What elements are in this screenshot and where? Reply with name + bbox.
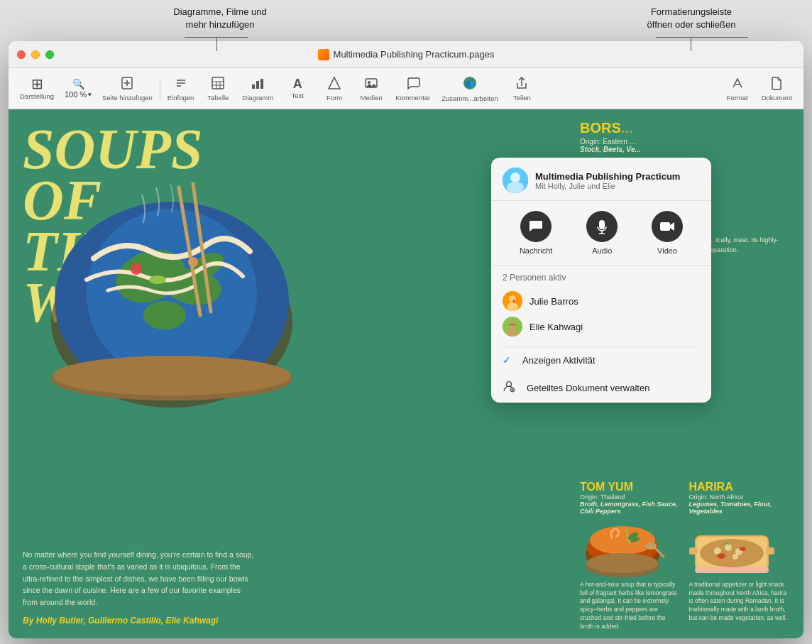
medien-icon: [364, 76, 378, 92]
popup-actions: Nachricht Audio Video: [491, 201, 711, 266]
nachricht-action[interactable]: Nachricht: [520, 211, 552, 255]
toolbar-zusammenarbeiten[interactable]: 👥 Zusamm...arbeiten: [436, 72, 503, 105]
toolbar-teilen[interactable]: Teilen: [503, 73, 540, 104]
harira-title: HARIRA: [689, 481, 790, 493]
check-icon: ✓: [503, 354, 511, 366]
svg-rect-70: [660, 222, 670, 231]
toolbar-seite-hinzufuegen[interactable]: Seite hinzufügen: [97, 73, 158, 104]
borscht-title: BORS...: [580, 120, 789, 136]
app-window: Multimedia Publishing Practicum.pages ⊞ …: [9, 41, 803, 638]
popup-header: Multimedia Publishing Practicum Mit Holl…: [491, 158, 711, 201]
app-icon: [318, 49, 329, 60]
svg-rect-6: [212, 77, 224, 89]
toolbar: ⊞ Darstellung 🔍 100 % ▾ Seite hinzufügen…: [9, 68, 803, 109]
julie-name: Julie Barros: [530, 296, 578, 307]
active-label: 2 Personen aktiv: [503, 273, 700, 283]
video-label: Video: [657, 246, 677, 255]
tomyum-section: TOM YUM Origin: Thailand Broth, Lemongra…: [580, 481, 681, 631]
person-elie[interactable]: Elie Kahwagi: [503, 314, 700, 339]
zoom-icon: 🔍: [72, 79, 84, 89]
bottom-sections: TOM YUM Origin: Thailand Broth, Lemongra…: [580, 481, 789, 631]
harira-ingredients: Legumes, Tomatoes, Flour, Vegetables: [689, 501, 790, 515]
borscht-origin: Origin: Eastern ...: [580, 138, 789, 146]
traffic-lights: [17, 50, 54, 59]
dokument-icon: [769, 76, 784, 92]
svg-point-75: [512, 300, 515, 302]
svg-point-61: [739, 547, 746, 551]
svg-rect-13: [260, 79, 263, 89]
text-icon: A: [293, 77, 302, 90]
teilen-icon: [515, 76, 529, 92]
tomyum-ingredients: Broth, Lemongrass, Fish Sauce, Chili Pep…: [580, 501, 681, 515]
toolbar-format[interactable]: Format: [719, 73, 756, 104]
svg-marker-71: [670, 222, 674, 231]
tomyum-origin: Origin: Thailand: [580, 493, 681, 501]
toolbar-medien[interactable]: Medien: [353, 73, 390, 104]
aktivitaet-label: Anzeigen Aktivität: [522, 355, 596, 366]
toolbar-form[interactable]: Form: [316, 73, 353, 104]
svg-point-29: [149, 275, 166, 284]
menu-aktivitaet[interactable]: ✓ Anzeigen Aktivität: [491, 347, 711, 373]
tabelle-icon: [211, 76, 225, 92]
video-action[interactable]: Video: [652, 211, 683, 255]
maximize-button[interactable]: [45, 50, 54, 59]
window-title: Multimedia Publishing Practicum.pages: [318, 49, 495, 60]
verwalten-label: Geteiltes Dokument verwalten: [527, 383, 649, 393]
svg-point-55: [700, 539, 764, 567]
video-icon: [652, 211, 683, 242]
person-julie[interactable]: Julie Barros: [503, 288, 700, 314]
svg-point-67: [507, 182, 524, 193]
menu-verwalten[interactable]: Geteiltes Dokument verwalten: [491, 373, 711, 403]
toolbar-darstellung[interactable]: ⊞ Darstellung: [14, 74, 60, 103]
borscht-ingredients: Stock, Beets, Ve...: [580, 146, 789, 153]
add-page-icon: [120, 76, 134, 92]
toolbar-einfuegen[interactable]: Einfügen: [162, 73, 200, 104]
svg-point-25: [143, 301, 186, 329]
toolbar-zoomen[interactable]: 🔍 100 % ▾: [60, 76, 97, 102]
toolbar-dokument[interactable]: Dokument: [756, 73, 798, 104]
author-text: By Holly Butler, Guillermo Castillo, Eli…: [23, 616, 257, 626]
nachricht-label: Nachricht: [520, 246, 552, 255]
harira-origin: Origin: North Africa: [689, 493, 790, 501]
toolbar-text[interactable]: A Text: [279, 75, 316, 102]
elie-name: Elie Kahwagi: [530, 322, 583, 332]
audio-action[interactable]: Audio: [586, 211, 618, 255]
tomyum-desc: A hot-and-sour soup that is typically fu…: [580, 581, 681, 631]
tomyum-title: TOM YUM: [580, 481, 681, 493]
zusammenarbeiten-icon: 👥: [462, 75, 478, 93]
close-button[interactable]: [17, 50, 26, 59]
harira-section: HARIRA Origin: North Africa Legumes, Tom…: [689, 481, 790, 631]
popup-doc-subtitle: Mit Holly, Julie und Elie: [535, 182, 680, 190]
right-callout: Formatierungsleiste öffnen oder schließe…: [627, 6, 755, 31]
nachricht-icon: [520, 211, 552, 242]
svg-marker-14: [329, 77, 340, 89]
svg-rect-64: [695, 567, 769, 573]
verwalten-icon: [503, 380, 515, 395]
left-callout: Diagramme, Filme und mehr hinzufügen: [156, 6, 284, 31]
einfuegen-icon: [174, 76, 188, 92]
minimize-button[interactable]: [31, 50, 40, 59]
toolbar-diagramm[interactable]: Diagramm: [236, 73, 279, 104]
collaboration-popup: Multimedia Publishing Practicum Mit Holl…: [491, 158, 711, 403]
toolbar-tabelle[interactable]: Tabelle: [199, 73, 236, 104]
svg-point-50: [587, 553, 658, 573]
audio-icon: [586, 211, 618, 242]
svg-point-60: [717, 553, 725, 559]
intro-text: No matter where you find yourself dining…: [23, 549, 257, 608]
toolbar-kommentar[interactable]: Kommentar: [390, 73, 436, 104]
svg-text:👥: 👥: [466, 79, 475, 88]
form-icon: [327, 76, 341, 92]
intro-section: No matter where you find yourself dining…: [23, 549, 257, 626]
popup-info: Multimedia Publishing Practicum Mit Holl…: [535, 171, 680, 190]
svg-rect-11: [252, 84, 255, 89]
audio-label: Audio: [592, 246, 612, 255]
kommentar-icon: [406, 76, 420, 92]
svg-point-59: [733, 554, 738, 560]
tomyum-illustration: [580, 518, 665, 578]
diagramm-icon: [251, 76, 265, 92]
format-icon: [730, 76, 745, 92]
svg-point-57: [725, 544, 732, 551]
svg-rect-12: [256, 81, 259, 89]
popup-avatar: [503, 168, 528, 193]
darstellung-icon: ⊞: [31, 77, 43, 91]
